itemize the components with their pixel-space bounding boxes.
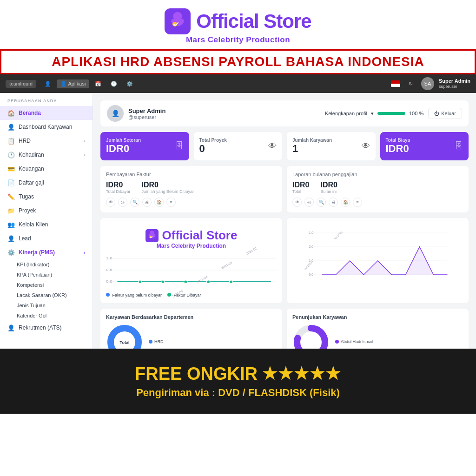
action-icon-4[interactable]: 🖨 [142, 198, 152, 207]
sidebar-item-hrd[interactable]: 📋 HRD › [0, 134, 93, 148]
sidebar-item-tugas[interactable]: ✏️ Tugas [0, 190, 93, 204]
nav-gear[interactable]: ⚙️ [123, 79, 137, 88]
assign-title: Penunjukan Karyawan [292, 314, 463, 320]
sidebar-item-beranda[interactable]: 🏠 Beranda [0, 106, 93, 120]
dept-donut-svg: Total [106, 324, 143, 349]
completion-label: Kelengkapan profil [325, 111, 367, 116]
nav-logo: teamliquid [6, 80, 36, 88]
report-total-value: IDR0 [292, 181, 309, 189]
chart-row: Official Store Mars Celebrity Production [100, 218, 469, 303]
payment-total-value: IDR0 [106, 181, 131, 189]
flag-icon [391, 80, 400, 87]
stat-setoran-value: IDR0 [106, 143, 141, 155]
sidebar-label-kehadiran: Kehadiran [19, 152, 44, 158]
r-action-icon-4[interactable]: 🖨 [329, 198, 338, 207]
dept-dot-hrd [149, 340, 152, 344]
nav-aplikasi[interactable]: 👤 Aplikasi [57, 79, 89, 88]
nav-refresh[interactable]: ↻ [405, 79, 416, 88]
report-monthly: IDR0 Bulan ini [320, 181, 337, 194]
sidebar-item-keuangan[interactable]: 💳 Keuangan [0, 162, 93, 176]
payment-total: IDR0 Total Dibayar [106, 181, 131, 194]
action-icon-3[interactable]: 🔍 [130, 198, 139, 207]
report-total: IDR0 Total [292, 181, 309, 194]
nav-person-icon[interactable]: 👤 [41, 79, 55, 88]
pencil-icon: ✏️ [7, 193, 15, 200]
nav-avatar: SA [421, 77, 434, 90]
r-action-icon-6[interactable]: ≡ [353, 198, 362, 207]
top-nav: teamliquid 👤 👤 Aplikasi 📅 🕐 ⚙️ ↻ SA Supe… [0, 74, 476, 93]
payment-unpaid-label: Jumlah yang Belum Dibayar [142, 189, 194, 194]
sidebar-sub-kalender[interactable]: Kalender Gol [0, 311, 93, 321]
svg-text:0.5: 0.5 [106, 268, 112, 272]
report-monthly-label: Bulan ini [320, 189, 337, 194]
chart-right-panel: 1.0 2.0 1.0 0.0 Jul 2021Jan 2021May 2021… [287, 218, 469, 303]
sidebar-sub-okr[interactable]: Lacak Sasaran (OKR) [0, 290, 93, 300]
sidebar-sub-jenis[interactable]: Jenis Tujuan [0, 300, 93, 311]
chart-logo-text: Official Store [162, 228, 238, 243]
dept-title: Karyawan Berdasarkan Departemen [106, 314, 277, 320]
sidebar-sub-kpa[interactable]: KPA (Penilaian) [0, 270, 93, 280]
delivery-highlight: DVD / FLASHDISK (Fisik) [218, 387, 340, 398]
svg-text:0.0: 0.0 [106, 279, 112, 284]
profile-username: @superuser [128, 114, 320, 120]
r-action-icon-5[interactable]: 🏠 [341, 198, 350, 207]
sidebar-item-kehadiran[interactable]: 🕐 Kehadiran › [0, 148, 93, 162]
sidebar-item-dashboard-karyawan[interactable]: 👤 Dashboard Karyawan [0, 120, 93, 134]
card-icon: 💳 [7, 165, 15, 172]
sidebar-sub-kompetensi[interactable]: Kompetensi [0, 280, 93, 290]
sidebar-item-kinerja[interactable]: ⚙️ Kinerja (PMS) › [0, 245, 93, 259]
nav-user-info: Super Admin superuser [439, 78, 470, 90]
payment-total-label: Total Dibayar [106, 189, 131, 194]
report-amounts: IDR0 Total IDR0 Bulan ini [292, 181, 463, 194]
rekrutmen-icon: 👤 [7, 324, 15, 331]
top-header: Official Store Mars Celebrity Production [0, 0, 476, 49]
r-action-icon-1[interactable]: 👁 [292, 198, 302, 207]
sidebar-label-kelola-klien: Kelola Klien [19, 221, 48, 228]
action-icon-6[interactable]: ≡ [166, 198, 176, 207]
sidebar-item-lead[interactable]: 👤 Lead [0, 231, 93, 245]
assign-legend-person: Abdul Hadi Ismail [335, 339, 373, 344]
stars-icon: ★★★★★ [262, 364, 341, 383]
home-icon: 🏠 [7, 109, 15, 117]
sidebar-label-lead: Lead [19, 235, 31, 242]
svg-point-11 [161, 280, 165, 283]
sidebar-label-keuangan: Keuangan [19, 165, 44, 172]
payment-unpaid: IDR0 Jumlah yang Belum Dibayar [142, 181, 194, 194]
aplikasi-label: 👤 Aplikasi [60, 81, 86, 87]
sidebar-sub-kpi[interactable]: KPI (Indikator) [0, 259, 93, 270]
eye-icon2: 👁 [362, 141, 370, 151]
report-title: Laporan bulanan penggajian [292, 172, 463, 177]
nav-clock[interactable]: 🕐 [107, 79, 121, 88]
sidebar-label-daftar-gaji: Daftar gaji [19, 179, 44, 186]
completion-arrow: ▾ [371, 111, 374, 117]
logout-button[interactable]: ⏻ Keluar [428, 108, 462, 119]
action-icon-2[interactable]: ◎ [118, 198, 127, 207]
svg-point-12 [184, 280, 187, 283]
assign-panel: Penunjukan Karyawan Abdul Hadi Ismail [287, 309, 469, 349]
sidebar-label-hrd: HRD [19, 138, 31, 144]
r-action-icon-2[interactable]: ◎ [304, 198, 314, 207]
action-icon-1[interactable]: 👁 [106, 198, 115, 207]
nav-calendar[interactable]: 📅 [91, 79, 105, 88]
assign-dot-1 [335, 340, 339, 344]
sidebar-item-proyek[interactable]: 📁 Proyek [0, 204, 93, 218]
svg-point-24 [111, 328, 139, 349]
svg-point-14 [229, 280, 232, 283]
report-actions: 👁 ◎ 🔍 🖨 🏠 ≡ [292, 198, 463, 207]
database-icon2: 🗄 [455, 141, 463, 151]
svg-text:Total: Total [120, 340, 130, 345]
chart-logo-icon [145, 229, 159, 242]
sidebar-item-rekrutmen[interactable]: 👤 Rekrutmen (ATS) [0, 321, 93, 335]
sidebar-item-kelola-klien[interactable]: 👥 Kelola Klien [0, 218, 93, 231]
logo-row: Official Store [165, 8, 311, 34]
r-action-icon-3[interactable]: 🔍 [317, 198, 326, 207]
sidebar-item-daftar-gaji[interactable]: 📄 Daftar gaji [0, 176, 93, 190]
completion-percent: 100 % [409, 111, 423, 116]
database-icon: 🗄 [175, 141, 184, 151]
action-icon-5[interactable]: 🏠 [154, 198, 164, 207]
footer: FREE ONGKIR ★★★★★ Pengiriman via : DVD /… [0, 349, 476, 414]
nav-right: ↻ SA Super Admin superuser [391, 77, 470, 90]
stat-card-setoran: Jumlah Setoran IDR0 🗄 [100, 132, 189, 160]
clock-icon: 🕐 [7, 151, 15, 159]
gear-icon2: ⚙️ [7, 249, 15, 256]
